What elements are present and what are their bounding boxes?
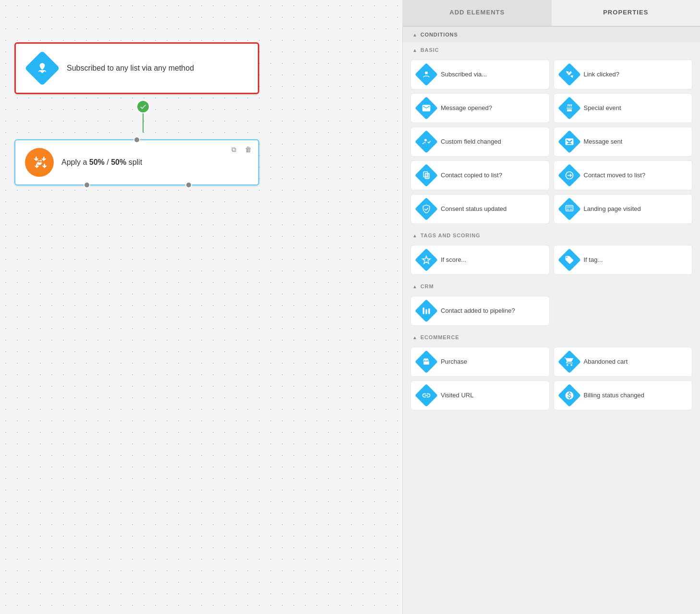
condition-billing-status[interactable]: Billing status changed (554, 381, 693, 410)
svg-rect-11 (423, 307, 424, 314)
tags-triangle-icon: ▲ (412, 233, 418, 238)
condition-subscribed-via[interactable]: Subscribed via... (410, 60, 550, 89)
landing-page-icon-wrap (560, 199, 579, 219)
condition-contact-moved[interactable]: Contact moved to list? (554, 160, 693, 190)
split-dot-left (84, 182, 90, 188)
link-clicked-label: Link clicked? (584, 70, 619, 79)
condition-message-sent[interactable]: Message sent (554, 127, 693, 157)
svg-rect-9 (567, 209, 569, 210)
split-node-label: Apply a 50% / 50% split (61, 158, 142, 167)
if-tag-icon-wrap (560, 250, 579, 270)
node-actions: ⧉ 🗑 (229, 144, 253, 155)
tabs-header: ADD ELEMENTS PROPERTIES (403, 0, 700, 26)
abandoned-cart-icon-wrap (560, 352, 579, 371)
if-score-diamond (415, 248, 438, 271)
check-circle-icon (136, 100, 150, 113)
contact-moved-icon-wrap (560, 166, 579, 185)
delete-node-button[interactable]: 🗑 (243, 144, 253, 155)
basic-subsection-header: ▲ BASIC (403, 42, 700, 56)
custom-field-diamond (415, 130, 438, 153)
subscribed-via-diamond (415, 63, 438, 86)
tags-conditions-grid: If score... If tag... (403, 241, 700, 279)
special-event-icon-wrap (560, 98, 579, 118)
subscribed-node-icon (25, 51, 59, 85)
copy-node-button[interactable]: ⧉ (229, 144, 239, 155)
condition-message-opened[interactable]: Message opened? (410, 93, 550, 123)
abandoned-cart-label: Abandoned cart (584, 357, 628, 366)
message-sent-icon-wrap (560, 132, 579, 151)
if-tag-label: If tag... (584, 256, 603, 264)
condition-purchase[interactable]: Purchase (410, 347, 550, 377)
condition-consent-status[interactable]: Consent status updated (410, 194, 550, 224)
check-connector (136, 100, 150, 133)
condition-contact-copied[interactable]: Contact copied to list? (410, 160, 550, 190)
special-event-diamond (557, 97, 580, 120)
contact-copied-diamond (415, 164, 438, 187)
abandoned-cart-diamond (557, 350, 580, 373)
contact-copied-label: Contact copied to list? (441, 171, 502, 180)
ecommerce-subsection-header: ▲ ECOMMERCE (403, 330, 700, 343)
basic-triangle-icon: ▲ (412, 48, 418, 53)
custom-field-label: Custom field changed (441, 137, 501, 146)
contact-copied-icon-wrap (417, 166, 436, 185)
condition-landing-page[interactable]: Landing page visited (554, 194, 693, 224)
billing-status-icon-wrap (560, 386, 579, 405)
svg-rect-13 (428, 308, 430, 314)
crm-conditions-grid: Contact added to pipeline? (403, 292, 700, 330)
contact-moved-label: Contact moved to list? (584, 171, 646, 180)
purchase-icon-wrap (417, 352, 436, 371)
svg-point-3 (424, 139, 427, 141)
condition-if-score[interactable]: If score... (410, 245, 550, 275)
condition-custom-field[interactable]: Custom field changed (410, 127, 550, 157)
consent-status-label: Consent status updated (441, 205, 507, 213)
ecommerce-triangle-icon: ▲ (412, 335, 418, 340)
subscribed-node-label: Subscribed to any list via any method (67, 64, 194, 73)
if-score-label: If score... (441, 256, 466, 264)
tags-subsection-header: ▲ TAGS AND SCORING (403, 228, 700, 241)
tab-add-elements[interactable]: ADD ELEMENTS (403, 0, 552, 26)
condition-contact-pipeline[interactable]: Contact added to pipeline? (410, 296, 550, 326)
contact-pipeline-diamond (415, 299, 438, 322)
billing-status-label: Billing status changed (584, 391, 644, 400)
crm-triangle-icon: ▲ (412, 284, 418, 289)
split-dot-top (133, 136, 140, 143)
message-sent-label: Message sent (584, 137, 623, 146)
visited-url-icon-wrap (417, 386, 436, 405)
consent-status-diamond (415, 197, 438, 221)
conditions-triangle-icon: ▲ (412, 32, 418, 37)
visited-url-label: Visited URL (441, 391, 473, 400)
tab-properties[interactable]: PROPERTIES (552, 0, 700, 26)
svg-text:⇄: ⇄ (37, 158, 42, 165)
condition-abandoned-cart[interactable]: Abandoned cart (554, 347, 693, 377)
custom-field-icon-wrap (417, 132, 436, 151)
landing-page-diamond (557, 197, 580, 221)
subscribed-node[interactable]: Subscribed to any list via any method (14, 42, 259, 94)
contact-moved-diamond (557, 164, 580, 187)
billing-status-diamond (557, 384, 580, 407)
split-dot-right (185, 182, 192, 188)
condition-visited-url[interactable]: Visited URL (410, 381, 550, 410)
basic-conditions-grid: Subscribed via... Link clicked? (403, 56, 700, 228)
subscribed-via-icon-wrap (417, 65, 436, 84)
if-score-icon-wrap (417, 250, 436, 270)
split-node[interactable]: ⇄ Apply a 50% / 50% split ⧉ 🗑 (14, 139, 259, 185)
subscribed-via-label: Subscribed via... (441, 70, 487, 79)
workflow-canvas: Subscribed to any list via any method ⇄ … (0, 0, 402, 614)
purchase-diamond (415, 350, 438, 373)
split-node-icon: ⇄ (25, 148, 54, 177)
svg-rect-5 (425, 173, 429, 179)
link-clicked-diamond (557, 63, 580, 86)
purchase-label: Purchase (441, 357, 467, 366)
contact-pipeline-label: Contact added to pipeline? (441, 307, 515, 315)
connector-line (143, 113, 144, 133)
condition-link-clicked[interactable]: Link clicked? (554, 60, 693, 89)
message-opened-label: Message opened? (441, 104, 492, 112)
contact-pipeline-icon-wrap (417, 301, 436, 320)
message-opened-icon-wrap (417, 98, 436, 118)
svg-point-0 (41, 63, 44, 67)
svg-rect-12 (425, 309, 427, 314)
right-panel: ADD ELEMENTS PROPERTIES ▲ CONDITIONS ▲ B… (402, 0, 700, 614)
message-opened-diamond (415, 97, 438, 120)
condition-special-event[interactable]: Special event (554, 93, 693, 123)
condition-if-tag[interactable]: If tag... (554, 245, 693, 275)
